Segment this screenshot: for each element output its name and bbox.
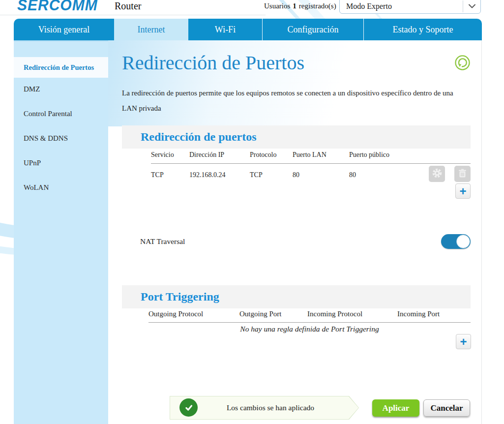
users-prefix: Usuarios	[264, 2, 290, 10]
users-registered-label: Usuarios1registrado(s)	[264, 2, 336, 10]
sidebar-item-dmz[interactable]: DMZ	[14, 77, 108, 101]
plus-icon: +	[459, 185, 466, 198]
tab-internet[interactable]: Internet	[114, 19, 188, 40]
cell-ip-address: 192.168.0.24	[189, 171, 250, 179]
trash-icon	[457, 168, 468, 180]
table-divider	[151, 163, 471, 164]
users-suffix: registrado(s)	[299, 2, 336, 10]
sidebar-item-control-parental[interactable]: Control Parental	[14, 101, 108, 126]
page-description: La redirección de puertos permite que lo…	[122, 86, 466, 116]
column-header: Puerto público	[349, 151, 471, 159]
gear-icon	[431, 167, 443, 181]
port-forwarding-row: TCP 192.168.0.24 TCP 80 80	[151, 171, 471, 179]
sidebar-item-dns-ddns[interactable]: DNS & DDNS	[14, 126, 108, 151]
section-title: Redirección de puertos	[122, 125, 471, 149]
tab-configuracion[interactable]: Configuración	[262, 19, 363, 40]
cell-service: TCP	[151, 171, 189, 179]
chevron-down-icon	[463, 4, 480, 13]
tab-estado-y-soporte[interactable]: Estado y Soporte	[363, 19, 482, 40]
users-count: 1	[293, 2, 296, 10]
cell-protocol: TCP	[250, 171, 293, 179]
mode-select-value: Modo Experto	[340, 2, 463, 13]
check-icon	[179, 398, 198, 417]
delete-rule-button[interactable]	[454, 166, 471, 182]
port-triggering-empty-message: No hay una regla definida de Port Trigge…	[148, 325, 471, 333]
edit-rule-button[interactable]	[429, 166, 445, 182]
column-header: Dirección IP	[189, 151, 250, 159]
port-triggering-table-header: Outgoing Protocol Outgoing Port Incoming…	[148, 310, 471, 318]
column-header: Incoming Port	[397, 310, 471, 318]
apply-button[interactable]: Aplicar	[372, 399, 419, 417]
mode-select[interactable]: Modo Experto	[339, 0, 481, 14]
section-title: Port Triggering	[122, 285, 471, 308]
cell-lan-port: 80	[293, 171, 349, 179]
refresh-icon[interactable]	[454, 55, 471, 71]
port-forwarding-table-header: Servicio Dirección IP Protocolo Puerto L…	[151, 151, 471, 159]
sidebar-item-port-forwarding[interactable]: Redirección de Puertos	[14, 57, 108, 78]
sercomm-logo: SERCOMM	[17, 0, 98, 14]
cell-public-port: 80	[349, 171, 471, 179]
toggle-knob	[456, 235, 470, 248]
sidebar: Redirección de Puertos DMZ Control Paren…	[14, 40, 108, 424]
app-title: Router	[115, 0, 141, 12]
add-port-forwarding-button[interactable]: +	[455, 183, 471, 199]
column-header: Servicio	[151, 151, 189, 159]
decorative-line	[0, 15, 266, 15]
router-admin-page: SERCOMM Router Usuarios1registrado(s) Mo…	[0, 0, 504, 424]
column-header: Outgoing Protocol	[148, 310, 239, 318]
cancel-button[interactable]: Cancelar	[423, 399, 470, 417]
tab-wifi[interactable]: Wi-Fi	[188, 19, 262, 40]
content: Redirección de Puertos La redirección de…	[108, 40, 482, 424]
nat-traversal-toggle[interactable]	[441, 234, 471, 249]
column-header: Outgoing Port	[239, 310, 307, 318]
plus-icon: +	[460, 335, 467, 348]
main-nav: Visión general Internet Wi-Fi Configurac…	[14, 19, 482, 40]
section-header-port-forwarding: Redirección de puertos	[122, 125, 471, 149]
success-message: Los cambios se han aplicado	[170, 396, 359, 420]
add-port-triggering-button[interactable]: +	[456, 334, 471, 349]
tab-vision-general[interactable]: Visión general	[14, 19, 114, 40]
section-header-port-triggering: Port Triggering	[122, 285, 471, 308]
column-header: Puerto LAN	[293, 151, 349, 159]
nat-traversal-label: NAT Traversal	[140, 234, 185, 249]
table-divider	[148, 322, 471, 323]
column-header: Incoming Protocol	[307, 310, 397, 318]
status-message-text: Los cambios se han aplicado	[199, 396, 342, 420]
sidebar-list: DMZ Control Parental DNS & DDNS UPnP WoL…	[14, 77, 108, 200]
sidebar-item-wolan[interactable]: WoLAN	[14, 175, 108, 200]
page-title: Redirección de Puertos	[122, 51, 304, 74]
column-header: Protocolo	[250, 151, 293, 159]
sidebar-item-upnp[interactable]: UPnP	[14, 151, 108, 175]
